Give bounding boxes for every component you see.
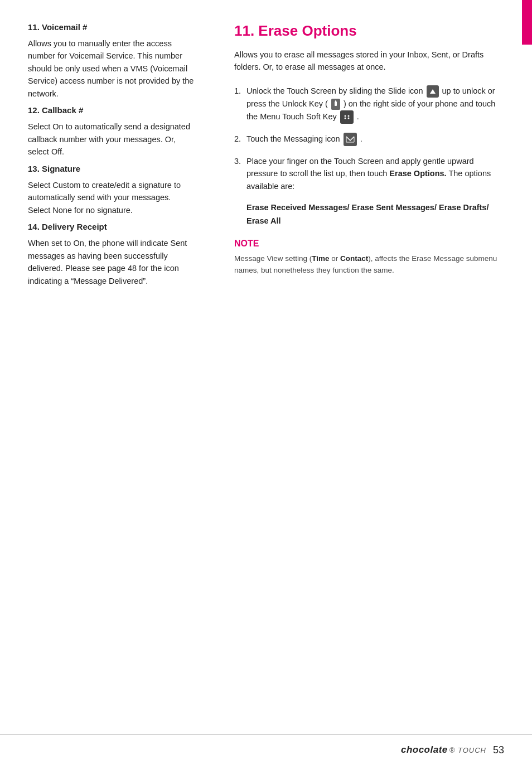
step-1: 1. Unlock the Touch Screen by sliding th…	[234, 85, 504, 124]
delivery-body: When set to On, the phone will indicate …	[28, 237, 195, 287]
svg-rect-3	[335, 101, 337, 106]
step-3: 3. Place your finger on the Touch Screen…	[234, 155, 504, 192]
callback-body: Select On to automatically send a design…	[28, 120, 195, 158]
brand-name: chocolate	[401, 744, 448, 755]
step-2-num: 2.	[234, 133, 246, 145]
svg-point-9	[347, 117, 349, 119]
page-container: 11. Voicemail # Allows you to manually e…	[0, 0, 532, 765]
pink-tab	[522, 0, 532, 45]
svg-point-8	[344, 117, 346, 119]
svg-point-7	[347, 115, 349, 117]
callback-heading: 12. Callback #	[28, 105, 195, 115]
section-voicemail: 11. Voicemail # Allows you to manually e…	[28, 22, 195, 100]
footer: chocolate® TOUCH 53	[0, 734, 532, 765]
voicemail-heading: 11. Voicemail #	[28, 22, 195, 32]
section-delivery: 14. Delivery Receipt When set to On, the…	[28, 222, 195, 287]
signature-heading: 13. Signature	[28, 164, 195, 173]
menu-dots-svg	[343, 113, 351, 121]
step-3-content: Place your finger on the Touch Screen an…	[246, 155, 504, 192]
note-body: Message View setting (Time or Contact), …	[234, 253, 504, 277]
unlock-key-icon	[331, 99, 340, 110]
signature-body: Select Custom to create/edit a signature…	[28, 179, 195, 216]
note-heading: NOTE	[234, 239, 504, 249]
menu-softkey-icon	[340, 110, 354, 124]
svg-point-6	[344, 115, 346, 117]
right-column-heading: 11. Erase Options	[234, 22, 504, 40]
key-svg	[332, 99, 339, 109]
footer-page-number: 53	[493, 744, 504, 756]
left-column: 11. Voicemail # Allows you to manually e…	[28, 22, 206, 690]
content-area: 11. Voicemail # Allows you to manually e…	[0, 0, 532, 734]
step-1-content: Unlock the Touch Screen by sliding the S…	[246, 85, 504, 124]
slide-icon	[427, 85, 439, 98]
step-2-content: Touch the Messaging icon .	[246, 133, 504, 146]
delivery-heading: 14. Delivery Receipt	[28, 222, 195, 231]
svg-rect-5	[343, 113, 351, 121]
right-column: 11. Erase Options Allows you to erase al…	[229, 22, 504, 690]
right-column-intro: Allows you to erase all messages stored …	[234, 49, 504, 74]
section-signature: 13. Signature Select Custom to create/ed…	[28, 164, 195, 216]
section-callback: 12. Callback # Select On to automaticall…	[28, 105, 195, 158]
footer-brand: chocolate® TOUCH	[401, 744, 486, 756]
note-section: NOTE Message View setting (Time or Conta…	[234, 239, 504, 277]
triangle-svg	[429, 88, 437, 95]
step-1-num: 1.	[234, 85, 246, 97]
erase-options-block: Erase Received Messages/ Erase Sent Mess…	[246, 201, 504, 227]
voicemail-body: Allows you to manually enter the access …	[28, 37, 195, 100]
brand-touch: ® TOUCH	[449, 746, 486, 754]
step-3-num: 3.	[234, 155, 246, 167]
envelope-svg	[346, 135, 355, 143]
messaging-icon	[344, 133, 357, 146]
svg-rect-4	[335, 100, 336, 102]
step-2: 2. Touch the Messaging icon .	[234, 133, 504, 146]
